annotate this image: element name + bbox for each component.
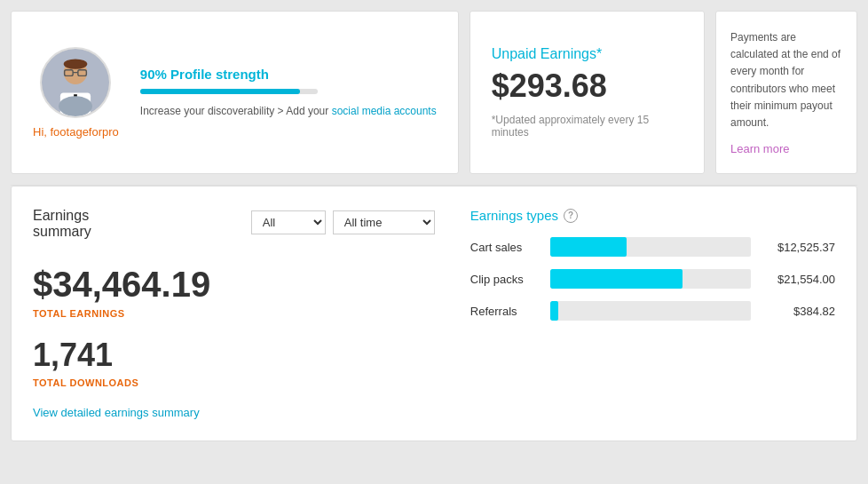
cart-sales-amount: $12,525.37 [760,241,835,254]
progress-bar-fill [140,89,300,94]
cart-sales-bar [550,237,627,257]
filter-row: All Video Audio All time This month Last… [251,210,435,234]
username: Hi, footageforpro [33,125,119,139]
earnings-type-row-referrals: Referrals $384.82 [470,301,835,321]
clip-packs-label: Clip packs [470,273,541,286]
earnings-type-row-clip: Clip packs $21,554.00 [470,269,835,289]
total-downloads-amount: 1,741 [33,337,435,374]
avatar [40,47,111,118]
strength-label: 90% Profile strength [140,67,437,82]
svg-point-5 [64,59,88,68]
view-detailed-link[interactable]: View detailed earnings summary [33,406,200,419]
clip-packs-bar-container [550,269,751,289]
cart-sales-bar-container [550,237,751,257]
referrals-bar-container [550,301,751,321]
top-section: Hi, footageforpro 90% Profile strength I… [0,0,868,185]
learn-more-link[interactable]: Learn more [730,142,842,155]
profile-card: Hi, footageforpro 90% Profile strength I… [11,11,459,174]
profile-strength-section: 90% Profile strength Increase your disco… [140,67,437,119]
cart-sales-label: Cart sales [470,241,541,254]
earnings-types-title: Earnings types ? [470,208,835,223]
progress-bar-bg [140,89,318,94]
total-earnings-label: TOTAL EARNINGS [33,308,435,319]
updated-text: *Updated approximately every 15 minutes [492,114,683,139]
period-filter-select[interactable]: All time This month Last month [333,210,435,234]
earnings-left: Earnings summary All Video Audio All tim… [33,208,435,419]
unpaid-earnings-title: Unpaid Earnings* [492,46,683,62]
social-media-link[interactable]: social media accounts [332,105,437,117]
clip-packs-amount: $21,554.00 [760,273,835,286]
referrals-bar [550,301,558,321]
bottom-section: Earnings summary All Video Audio All tim… [11,186,857,441]
payments-info-card: Payments are calculated at the end of ev… [715,11,857,174]
discoverability-text: Increase your discoverability > Add your… [140,103,437,119]
avatar-container: Hi, footageforpro [33,47,119,139]
clip-packs-bar [550,269,683,289]
total-earnings-amount: $34,464.19 [33,265,435,305]
referrals-amount: $384.82 [760,305,835,318]
earnings-summary-title: Earnings summary [33,208,91,240]
earnings-right: Earnings types ? Cart sales $12,525.37 C… [470,208,835,419]
svg-point-8 [59,96,92,116]
payments-info-text: Payments are calculated at the end of ev… [730,29,842,131]
unpaid-earnings-card: Unpaid Earnings* $293.68 *Updated approx… [470,11,705,174]
help-icon[interactable]: ? [564,209,578,223]
referrals-label: Referrals [470,305,541,318]
earnings-type-row-cart: Cart sales $12,525.37 [470,237,835,257]
type-filter-select[interactable]: All Video Audio [251,210,326,234]
unpaid-earnings-amount: $293.68 [492,67,683,105]
total-downloads-label: TOTAL DOWNLOADS [33,377,435,388]
